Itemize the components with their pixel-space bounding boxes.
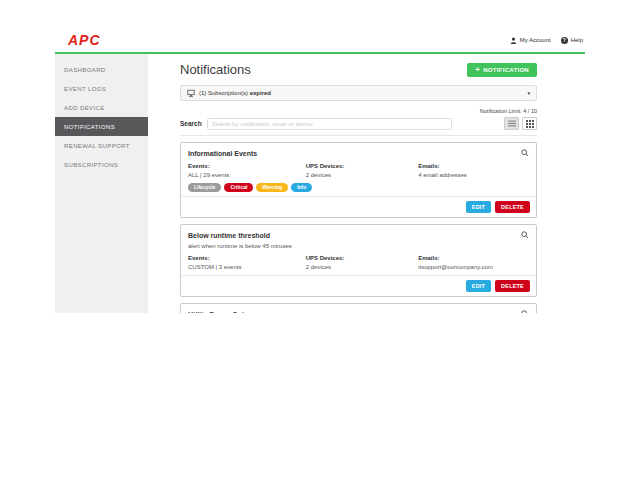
banner-text: (1) Subscription(s) expired	[199, 90, 271, 96]
ups-devices-column: UPS Devices: 2 devices	[306, 163, 419, 192]
list-view-button[interactable]	[504, 117, 519, 130]
my-account-label: My Account	[520, 37, 551, 43]
search-icon[interactable]	[521, 231, 529, 239]
search-row: Search	[180, 117, 537, 136]
add-notification-button[interactable]: + NOTIFICATION	[467, 63, 537, 77]
list-view-icon	[508, 120, 516, 127]
events-label: Events:	[188, 255, 306, 261]
events-column: Events: ALL | 29 events Lifecycle Critic…	[188, 163, 306, 192]
app-window: APC My Account ? Help DASHBOARD EVENT LO…	[55, 28, 585, 313]
page-title: Notifications	[180, 62, 251, 77]
notification-limit: Notification Limit: 4 / 10	[180, 108, 537, 114]
card-title: Informational Events	[188, 150, 257, 157]
content-area: DASHBOARD EVENT LOGS ADD DEVICE NOTIFICA…	[55, 54, 585, 313]
badge-warning: Warning	[256, 183, 288, 192]
card-columns: Events: CUSTOM | 3 events UPS Devices: 2…	[181, 253, 536, 275]
delete-button[interactable]: DELETE	[495, 201, 530, 213]
my-account-link[interactable]: My Account	[510, 37, 551, 44]
card-header: Utility Power Outages	[181, 304, 536, 313]
card-header: Below runtime threshold	[181, 225, 536, 243]
card-subtitle: alert when runtime is below 45 minutes	[181, 243, 536, 253]
edit-button[interactable]: EDIT	[466, 280, 491, 292]
sidebar: DASHBOARD EVENT LOGS ADD DEVICE NOTIFICA…	[55, 54, 148, 313]
title-row: Notifications + NOTIFICATION	[180, 62, 537, 77]
ups-devices-label: UPS Devices:	[306, 163, 419, 169]
monitor-icon	[187, 89, 195, 97]
grid-view-button[interactable]	[522, 117, 537, 130]
notification-card-utility-power-outages: Utility Power Outages Utility Power Out …	[180, 303, 537, 313]
events-value: CUSTOM | 3 events	[188, 264, 306, 271]
help-link[interactable]: ? Help	[561, 37, 583, 44]
events-value: ALL | 29 events	[188, 172, 306, 179]
emails-column: Emails: itsupport@ourcompany.com	[418, 255, 529, 271]
emails-value: 4 email addresses	[418, 172, 529, 179]
top-bar-right: My Account ? Help	[510, 37, 583, 44]
add-notification-label: NOTIFICATION	[483, 67, 529, 73]
notification-card-informational-events: Informational Events Events: ALL | 29 ev…	[180, 142, 537, 218]
card-columns: Events: ALL | 29 events Lifecycle Critic…	[181, 161, 536, 196]
emails-label: Emails:	[418, 163, 529, 169]
severity-badges: Lifecycle Critical Warning Info	[188, 183, 306, 192]
subscription-expired-banner[interactable]: (1) Subscription(s) expired ▾	[180, 85, 537, 101]
events-column: Events: CUSTOM | 3 events	[188, 255, 306, 271]
search-input[interactable]	[207, 118, 452, 130]
help-icon: ?	[561, 37, 568, 44]
sidebar-item-dashboard[interactable]: DASHBOARD	[55, 60, 148, 79]
plus-icon: +	[475, 67, 480, 73]
card-footer: EDIT DELETE	[181, 275, 536, 296]
search-icon[interactable]	[521, 310, 529, 313]
search-label: Search	[180, 120, 202, 127]
ups-devices-value: 2 devices	[306, 172, 419, 179]
edit-button[interactable]: EDIT	[466, 201, 491, 213]
badge-lifecycle: Lifecycle	[188, 183, 221, 192]
help-label: Help	[571, 37, 583, 43]
apc-logo: APC	[68, 32, 101, 48]
banner-text-normal: (1) Subscription(s)	[199, 90, 248, 96]
person-icon	[510, 37, 517, 44]
emails-column: Emails: 4 email addresses	[418, 163, 529, 192]
main-panel: Notifications + NOTIFICATION (1) Subscri…	[148, 54, 585, 313]
sidebar-item-subscriptions[interactable]: SUBSCRIPTIONS	[55, 155, 148, 174]
grid-view-icon	[526, 120, 534, 128]
delete-button[interactable]: DELETE	[495, 280, 530, 292]
top-bar: APC My Account ? Help	[55, 28, 585, 52]
ups-devices-column: UPS Devices: 2 devices	[306, 255, 419, 271]
card-title: Utility Power Outages	[188, 311, 260, 314]
badge-critical: Critical	[224, 183, 253, 192]
card-footer: EDIT DELETE	[181, 196, 536, 217]
emails-label: Emails:	[418, 255, 529, 261]
notification-card-below-runtime-threshold: Below runtime threshold alert when runti…	[180, 224, 537, 297]
sidebar-item-add-device[interactable]: ADD DEVICE	[55, 98, 148, 117]
card-title: Below runtime threshold	[188, 232, 270, 239]
ups-devices-value: 2 devices	[306, 264, 419, 271]
sidebar-item-notifications[interactable]: NOTIFICATIONS	[55, 117, 148, 136]
events-label: Events:	[188, 163, 306, 169]
chevron-down-icon[interactable]: ▾	[527, 90, 530, 96]
search-icon[interactable]	[521, 149, 529, 157]
card-header: Informational Events	[181, 143, 536, 161]
view-toggles	[504, 117, 537, 130]
sidebar-item-renewal-support[interactable]: RENEWAL SUPPORT	[55, 136, 148, 155]
ups-devices-label: UPS Devices:	[306, 255, 419, 261]
emails-value: itsupport@ourcompany.com	[418, 264, 529, 271]
banner-text-bold: expired	[250, 90, 271, 96]
sidebar-item-event-logs[interactable]: EVENT LOGS	[55, 79, 148, 98]
